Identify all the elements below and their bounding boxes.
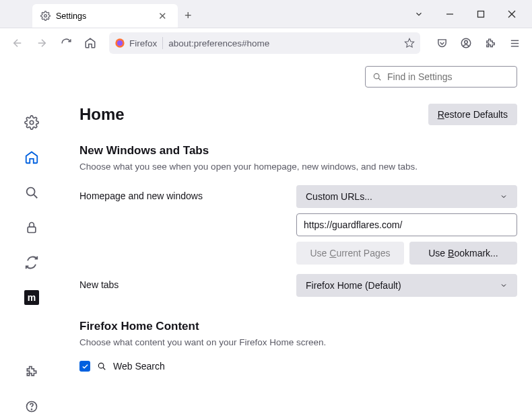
newtabs-select[interactable]: Firefox Home (Default): [296, 274, 517, 297]
check-icon: [81, 363, 89, 370]
main-area: m Find in Settings Home Restore Defaults…: [0, 58, 532, 416]
identity-label: Firefox: [129, 38, 157, 48]
find-placeholder: Find in Settings: [387, 71, 453, 82]
sidebar-item-help[interactable]: [22, 397, 41, 416]
svg-line-17: [34, 195, 37, 198]
list-all-tabs-button[interactable]: [404, 3, 434, 25]
svg-point-0: [44, 15, 47, 18]
pocket-button[interactable]: [431, 32, 453, 54]
titlebar: Settings ✕ +: [0, 0, 532, 28]
use-bookmark-button[interactable]: Use Bookmark...: [409, 242, 517, 265]
homepage-mode-select[interactable]: Custom URLs...: [296, 185, 517, 208]
section-heading-new-windows: New Windows and Tabs: [79, 144, 517, 158]
firefox-icon: [114, 38, 125, 48]
section-sub-fhc: Choose what content you want on your Fir…: [79, 337, 517, 347]
close-icon[interactable]: ✕: [156, 9, 170, 24]
url-bar[interactable]: Firefox about:preferences#home: [109, 32, 420, 54]
gear-icon: [40, 11, 51, 21]
app-menu-button[interactable]: [504, 32, 525, 54]
homepage-mode-value: Custom URLs...: [306, 191, 372, 202]
find-in-settings[interactable]: Find in Settings: [365, 66, 517, 88]
sidebar-item-general[interactable]: [22, 113, 41, 132]
svg-point-23: [98, 363, 104, 368]
chevron-down-icon: [500, 281, 508, 289]
svg-rect-2: [478, 11, 484, 17]
page-title: Home: [79, 105, 125, 124]
account-button[interactable]: [455, 32, 477, 54]
svg-point-20: [32, 409, 32, 410]
minimize-button[interactable]: [435, 3, 465, 25]
sidebar-item-extensions[interactable]: [22, 362, 41, 381]
svg-rect-18: [28, 227, 36, 232]
toolbar: Firefox about:preferences#home: [0, 28, 532, 58]
forward-button[interactable]: [31, 32, 53, 54]
use-current-pages-button[interactable]: Use Current Pages: [296, 242, 404, 265]
newtabs-value: Firefox Home (Default): [306, 280, 401, 291]
mozilla-icon: m: [24, 290, 39, 305]
extensions-button[interactable]: [479, 32, 501, 54]
back-button[interactable]: [7, 32, 28, 54]
content-area: Find in Settings Home Restore Defaults N…: [63, 58, 532, 416]
section-heading-fhc: Firefox Home Content: [79, 320, 517, 333]
window-controls: [404, 0, 532, 28]
sidebar-item-more[interactable]: m: [22, 288, 41, 307]
svg-point-8: [117, 40, 123, 46]
section-sub-new-windows: Choose what you see when you open your h…: [79, 162, 517, 172]
search-icon: [97, 361, 106, 371]
sidebar-item-privacy[interactable]: [22, 218, 41, 237]
browser-tab[interactable]: Settings ✕: [32, 4, 178, 28]
svg-point-21: [374, 73, 379, 79]
svg-line-22: [378, 78, 380, 80]
restore-defaults-button[interactable]: Restore Defaults: [428, 104, 517, 125]
home-button[interactable]: [79, 32, 101, 54]
chevron-down-icon: [500, 193, 508, 201]
close-window-button[interactable]: [497, 3, 527, 25]
tab-title: Settings: [56, 11, 86, 21]
svg-point-15: [30, 120, 34, 125]
svg-point-16: [27, 188, 35, 196]
sidebar-item-home[interactable]: [22, 148, 41, 167]
bookmark-star-icon[interactable]: [404, 38, 415, 48]
sidebar-item-search[interactable]: [22, 183, 41, 202]
identity-box[interactable]: Firefox: [114, 38, 157, 48]
reload-button[interactable]: [55, 32, 77, 54]
homepage-url-input[interactable]: [296, 213, 517, 236]
newtabs-label: New tabs: [79, 274, 296, 290]
search-icon: [372, 72, 382, 81]
new-tab-button[interactable]: +: [178, 4, 199, 28]
svg-point-11: [465, 40, 468, 44]
url-text: about:preferences#home: [168, 38, 399, 48]
maximize-button[interactable]: [466, 3, 496, 25]
homepage-label: Homepage and new windows: [79, 185, 296, 201]
sidebar-item-sync[interactable]: [22, 253, 41, 272]
separator: [162, 37, 163, 49]
svg-marker-9: [405, 38, 413, 47]
settings-sidebar: m: [0, 58, 63, 416]
websearch-checkbox[interactable]: [79, 361, 90, 372]
websearch-label: Web Search: [113, 361, 165, 372]
svg-line-24: [103, 368, 105, 370]
